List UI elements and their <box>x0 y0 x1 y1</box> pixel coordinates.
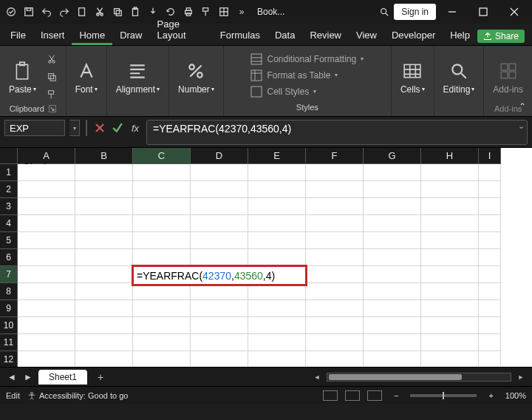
svg-rect-34 <box>509 72 516 78</box>
cells-button[interactable]: Cells▾ <box>398 59 428 95</box>
svg-rect-31 <box>501 64 508 70</box>
paste-label: Paste <box>9 84 32 95</box>
worksheet[interactable]: ABCDEFGHI 123456789101112 Start DateEnd … <box>0 148 532 367</box>
title-bar: » Book... Sign in <box>0 0 532 24</box>
row-header-2[interactable]: 2 <box>0 181 18 198</box>
copy-icon[interactable] <box>109 4 126 20</box>
column-header-D[interactable]: D <box>191 148 248 164</box>
row-header-8[interactable]: 8 <box>0 283 18 300</box>
sheet-tab-active[interactable]: Sheet1 <box>38 370 87 385</box>
tab-file[interactable]: File <box>3 25 33 45</box>
enter-icon[interactable] <box>111 120 124 136</box>
column-header-E[interactable]: E <box>248 148 306 164</box>
page-break-view-icon[interactable] <box>367 390 382 401</box>
number-button[interactable]: Number▾ <box>175 59 217 95</box>
column-header-H[interactable]: H <box>421 148 479 164</box>
more-commands-icon[interactable]: » <box>233 4 250 20</box>
row-header-6[interactable]: 6 <box>0 249 18 266</box>
cell-styles-button[interactable]: Cell Styles ▾ <box>250 86 364 98</box>
autosave-icon[interactable] <box>3 4 19 20</box>
cut-button[interactable] <box>44 52 60 66</box>
expand-formula-bar-icon[interactable]: ⌄ <box>518 121 525 131</box>
redo-icon[interactable] <box>56 4 72 20</box>
copy-button[interactable] <box>44 70 60 84</box>
cell-grid[interactable]: Start DateEnd DateFraction42370424610.25… <box>18 164 75 367</box>
column-header-B[interactable]: B <box>75 148 133 164</box>
prev-sheet-icon[interactable]: ◄ <box>6 372 18 382</box>
editing-button[interactable]: Editing▾ <box>440 59 478 95</box>
name-box-dropdown[interactable]: ▾ <box>69 120 80 136</box>
document-title[interactable]: Book... <box>251 7 290 17</box>
zoom-slider[interactable] <box>410 394 477 397</box>
font-button[interactable]: Font▾ <box>72 59 100 95</box>
tab-formulas[interactable]: Formulas <box>213 25 267 45</box>
row-header-5[interactable]: 5 <box>0 232 18 249</box>
tab-data[interactable]: Data <box>267 25 302 45</box>
save-icon[interactable] <box>21 4 37 20</box>
paste-button[interactable]: Paste▾ <box>6 59 39 95</box>
row-header-9[interactable]: 9 <box>0 300 18 317</box>
alignment-button[interactable]: Alignment▾ <box>113 59 163 95</box>
editing-cell[interactable]: =YEARFRAC(42370,43560,4) <box>132 265 307 286</box>
cancel-icon[interactable] <box>93 120 106 136</box>
svg-rect-26 <box>251 54 262 64</box>
share-button[interactable]: Share <box>477 30 525 43</box>
row-header-12[interactable]: 12 <box>0 351 18 367</box>
tab-help[interactable]: Help <box>443 25 477 45</box>
row-header-4[interactable]: 4 <box>0 215 18 232</box>
column-header-I[interactable]: I <box>479 148 501 164</box>
scroll-left-icon[interactable]: ◄ <box>312 372 322 382</box>
column-header-F[interactable]: F <box>306 148 364 164</box>
column-header-C[interactable]: C <box>133 148 191 164</box>
scroll-right-icon[interactable]: ► <box>516 372 526 382</box>
conditional-formatting-button[interactable]: Conditional Formatting ▾ <box>250 53 364 65</box>
svg-rect-32 <box>509 64 516 70</box>
tab-draw[interactable]: Draw <box>112 25 149 45</box>
paste-icon[interactable] <box>127 4 143 20</box>
maximize-icon[interactable] <box>468 0 498 24</box>
row-header-7[interactable]: 7 <box>0 266 18 283</box>
format-as-table-button[interactable]: Format as Table ▾ <box>250 70 364 81</box>
new-file-icon[interactable] <box>74 4 90 20</box>
cut-icon[interactable] <box>92 4 108 20</box>
horizontal-scrollbar[interactable] <box>327 373 511 382</box>
svg-rect-16 <box>480 8 487 16</box>
select-all-corner[interactable] <box>0 148 18 164</box>
row-header-1[interactable]: 1 <box>0 164 18 181</box>
page-layout-view-icon[interactable] <box>345 390 360 401</box>
column-header-G[interactable]: G <box>364 148 421 164</box>
zoom-level[interactable]: 100% <box>505 391 526 400</box>
name-box[interactable]: EXP <box>4 120 65 136</box>
next-sheet-icon[interactable]: ► <box>22 372 34 382</box>
search-icon[interactable] <box>376 4 392 20</box>
row-header-11[interactable]: 11 <box>0 334 18 351</box>
dialog-launcher-icon[interactable]: ↘ <box>49 105 56 112</box>
tab-review[interactable]: Review <box>302 25 349 45</box>
zoom-in-icon[interactable]: + <box>484 391 497 400</box>
tab-developer[interactable]: Developer <box>384 25 443 45</box>
formula-input[interactable]: =YEARFRAC(42370,43560,4) <box>146 120 528 145</box>
minimize-icon[interactable] <box>437 0 467 24</box>
accessibility-status[interactable]: Accessibility: Good to go <box>27 391 128 400</box>
zoom-out-icon[interactable]: − <box>389 391 403 400</box>
sign-in-button[interactable]: Sign in <box>394 4 436 20</box>
tab-page-layout[interactable]: Page Layout <box>150 14 213 45</box>
close-icon[interactable] <box>499 0 529 24</box>
format-painter-button[interactable] <box>44 88 60 101</box>
scrollbar-thumb[interactable] <box>329 374 462 380</box>
row-header-3[interactable]: 3 <box>0 198 18 215</box>
tab-insert[interactable]: Insert <box>33 25 72 45</box>
svg-point-30 <box>452 64 462 74</box>
normal-view-icon[interactable] <box>323 390 338 401</box>
tab-view[interactable]: View <box>349 25 384 45</box>
collapse-ribbon-icon[interactable]: ⌃ <box>519 101 526 112</box>
addins-button[interactable]: Add-ins <box>490 59 526 95</box>
add-sheet-icon[interactable]: + <box>92 371 109 383</box>
cells-label: Cells <box>400 84 420 95</box>
undo-icon[interactable] <box>38 4 55 20</box>
row-header-10[interactable]: 10 <box>0 317 18 334</box>
borders-icon[interactable] <box>216 4 232 20</box>
tab-home[interactable]: Home <box>72 25 112 45</box>
group-alignment: Alignment▾ . <box>107 46 169 116</box>
fx-icon[interactable]: fx <box>129 120 142 136</box>
